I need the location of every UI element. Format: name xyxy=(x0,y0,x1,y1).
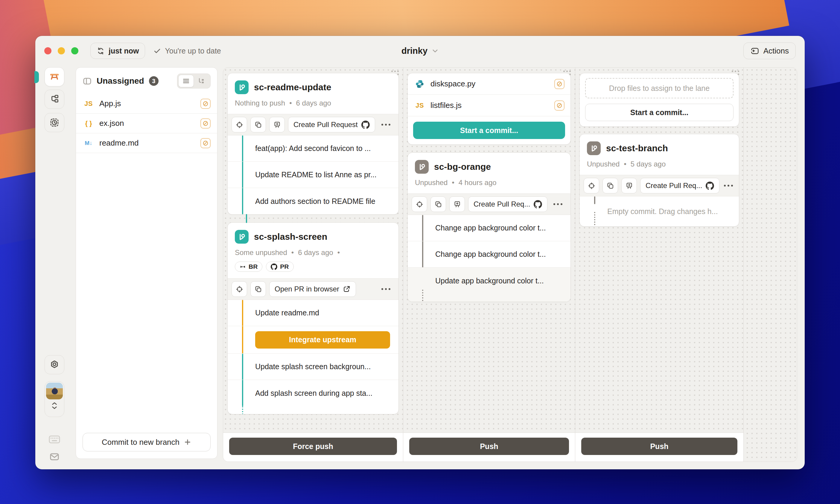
card-gap xyxy=(407,145,571,152)
dropzone-card: Drop files to assign to the lane Start a… xyxy=(579,73,739,127)
pr-template-button[interactable] xyxy=(449,196,465,212)
force-push-button[interactable]: Force push xyxy=(229,438,397,455)
actions-label: Actions xyxy=(764,46,789,56)
branch-header[interactable]: sc-splash-screen Some unpushed • 6 days … xyxy=(228,223,399,278)
tree-view-button[interactable] xyxy=(194,75,209,87)
sidebar-item-branches[interactable] xyxy=(45,90,64,109)
button-label: Create Pull Request xyxy=(294,121,358,129)
branch-review-badge[interactable]: BR xyxy=(235,262,262,272)
commit-row[interactable]: Add splash screen during app sta... xyxy=(228,380,399,406)
minimize-window-button[interactable] xyxy=(58,47,65,54)
button-label: Commit to new branch xyxy=(102,438,179,447)
push-status: Unpushed xyxy=(587,160,619,168)
branch-menu-button[interactable] xyxy=(380,285,391,293)
keyboard-icon xyxy=(49,434,60,445)
commit-message: Update app background color t... xyxy=(435,276,544,285)
set-target-button[interactable] xyxy=(231,117,247,132)
commit-row[interactable]: Change app background color t... xyxy=(408,241,571,268)
branch-menu-button[interactable] xyxy=(723,182,734,190)
commit-line xyxy=(594,196,595,204)
commit-row[interactable]: Add authors section to README file xyxy=(228,188,399,214)
commit-message: Change app background color t... xyxy=(435,250,546,258)
copy-branch-button[interactable] xyxy=(602,178,618,193)
copy-branch-button[interactable] xyxy=(431,196,446,212)
branch-name: sc-readme-update xyxy=(254,82,331,92)
commit-row[interactable]: Update app background color t... xyxy=(408,268,571,294)
branch-time: 4 hours ago xyxy=(459,178,496,187)
upstream-commit-row[interactable]: Update readme.md xyxy=(228,300,399,326)
commit-row[interactable]: Change app background color t... xyxy=(408,215,571,241)
assigned-file-listfilesjs[interactable]: JS listfiles.js xyxy=(408,95,571,116)
branch-connector xyxy=(227,215,399,222)
branch-menu-button[interactable] xyxy=(552,200,564,208)
sidebar-item-history[interactable] xyxy=(45,113,64,132)
create-pull-request-button[interactable]: Create Pull Req... xyxy=(468,196,547,212)
titlebar: just now You're up to date drinky Action… xyxy=(35,36,805,66)
branch-header[interactable]: sc-readme-update Nothing to push • 6 day… xyxy=(228,73,399,114)
feedback-mail-button[interactable] xyxy=(45,447,64,466)
commit-message: Change app background color t... xyxy=(435,223,546,232)
list-view-button[interactable] xyxy=(178,75,194,87)
badge-label: BR xyxy=(249,263,258,270)
create-pull-request-button[interactable]: Create Pull Req... xyxy=(640,178,719,193)
actions-button[interactable]: Actions xyxy=(743,42,796,59)
settings-button[interactable] xyxy=(45,355,64,374)
app-window: just now You're up to date drinky Action… xyxy=(35,36,805,469)
button-label: Open PR in browser xyxy=(275,285,339,293)
branch-menu-button[interactable] xyxy=(380,121,391,128)
copy-branch-button[interactable] xyxy=(250,117,266,132)
pr-template-button[interactable] xyxy=(269,117,285,132)
keyboard-shortcuts-button[interactable] xyxy=(45,430,64,449)
python-file-icon xyxy=(414,79,426,89)
branch-subtitle: Nothing to push • 6 days ago xyxy=(235,99,391,107)
set-target-button[interactable] xyxy=(412,196,427,212)
commit-row[interactable]: Update README to list Anne as pr... xyxy=(228,162,399,188)
chevron-updown-icon xyxy=(51,401,58,410)
assigned-file-diskspacepy[interactable]: diskspace.py xyxy=(408,73,571,95)
file-name: readme.md xyxy=(99,139,196,148)
user-switcher[interactable] xyxy=(45,381,64,417)
virtual-branch-icon xyxy=(235,230,249,244)
branch-toolbar: Create Pull Req... xyxy=(408,193,571,215)
empty-commit-row[interactable]: Empty commit. Drag changes h... xyxy=(580,196,739,226)
pull-request-badge[interactable]: PR xyxy=(266,262,294,272)
unassigned-file-readmemd[interactable]: M↓ readme.md xyxy=(76,133,217,153)
start-commit-button[interactable]: Start a commit... xyxy=(585,104,734,121)
modified-status-icon xyxy=(554,101,564,111)
bullet-separator: • xyxy=(337,248,340,257)
unassigned-file-appjs[interactable]: JS App.js xyxy=(76,94,217,113)
commit-row[interactable]: feat(app): Add second favicon to ... xyxy=(228,136,399,162)
json-file-icon: { } xyxy=(83,120,94,127)
integrate-upstream-button[interactable]: Integrate upstream xyxy=(255,331,390,348)
close-window-button[interactable] xyxy=(44,47,51,54)
pr-template-button[interactable] xyxy=(621,178,637,193)
commit-to-new-branch-button[interactable]: Commit to new branch xyxy=(83,433,211,451)
project-switcher[interactable]: drinky xyxy=(401,46,439,56)
left-rail xyxy=(35,66,76,469)
push-button[interactable]: Push xyxy=(581,438,737,455)
create-pull-request-button[interactable]: Create Pull Request xyxy=(288,117,375,132)
copy-branch-button[interactable] xyxy=(250,281,266,297)
start-commit-wrap: Start a commit... xyxy=(408,116,571,144)
branch-header[interactable]: sc-test-branch Unpushed • 5 days ago xyxy=(580,134,739,175)
branch-name: sc-test-branch xyxy=(606,143,668,154)
sync-status-button[interactable]: just now xyxy=(90,43,145,59)
file-dropzone[interactable]: Drop files to assign to the lane xyxy=(585,78,734,98)
open-pr-in-browser-button[interactable]: Open PR in browser xyxy=(269,281,356,297)
button-label: Create Pull Req... xyxy=(646,181,702,190)
commit-row[interactable]: Update splash screen backgroun... xyxy=(228,354,399,380)
zoom-window-button[interactable] xyxy=(71,47,78,54)
bullet-separator: • xyxy=(624,160,626,168)
unassigned-title: Unassigned xyxy=(97,76,144,86)
file-name: diskspace.py xyxy=(431,79,549,89)
set-target-button[interactable] xyxy=(584,178,599,193)
branch-header[interactable]: sc-bg-orange Unpushed • 4 hours ago xyxy=(408,153,571,193)
push-button[interactable]: Push xyxy=(409,438,569,455)
unassigned-header: Unassigned 3 xyxy=(76,68,217,94)
unassigned-file-exjson[interactable]: { } ex.json xyxy=(76,113,217,133)
start-commit-button[interactable]: Start a commit... xyxy=(413,122,565,139)
set-target-button[interactable] xyxy=(231,281,247,297)
lane-footer: Push xyxy=(575,433,743,462)
branch-time: 5 days ago xyxy=(631,160,666,168)
sidebar-item-workspace[interactable] xyxy=(45,67,64,86)
